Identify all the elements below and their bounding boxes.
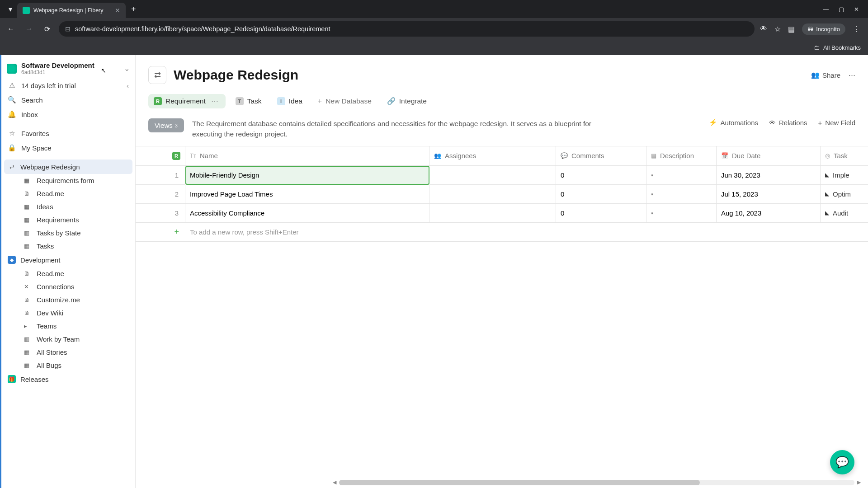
- new-tab-button[interactable]: +: [126, 5, 142, 14]
- panel-icon[interactable]: ▤: [788, 25, 795, 33]
- new-field-button[interactable]: +New Field: [818, 119, 855, 127]
- space-webpage-redesign[interactable]: ⇄ Webpage Redesign: [4, 160, 132, 174]
- tab-idea[interactable]: I Idea: [272, 94, 308, 108]
- bell-icon: 🔔: [8, 110, 16, 118]
- view-all-bugs[interactable]: ▦All Bugs: [1, 359, 135, 372]
- bookmark-star-icon[interactable]: ☆: [774, 25, 781, 33]
- cell-assignees[interactable]: [429, 185, 556, 204]
- back-button[interactable]: ←: [5, 23, 17, 35]
- cell-name[interactable]: Mobile-Friendly Design: [185, 166, 429, 185]
- view-ideas[interactable]: ▦Ideas: [1, 200, 135, 213]
- sidebar-search[interactable]: 🔍 Search: [1, 93, 135, 107]
- integrate-button[interactable]: 🔗 Integrate: [382, 94, 432, 108]
- view-connections[interactable]: ✕Connections: [1, 280, 135, 293]
- lock-icon: 🔒: [8, 144, 16, 152]
- row-number[interactable]: 3: [136, 204, 185, 223]
- row-number[interactable]: 1: [136, 166, 185, 185]
- forward-button[interactable]: →: [23, 23, 35, 35]
- view-readme[interactable]: 🗎Read.me: [1, 187, 135, 200]
- warning-icon: ⚠: [8, 81, 16, 89]
- cell-due-date[interactable]: Jun 30, 2023: [717, 166, 821, 185]
- view-tasks[interactable]: ▦Tasks: [1, 239, 135, 253]
- new-database-button[interactable]: + New Database: [312, 94, 377, 108]
- view-teams[interactable]: ▸Teams: [1, 319, 135, 333]
- col-assignees[interactable]: 👥Assignees: [429, 146, 556, 166]
- db-badge: R: [154, 97, 162, 105]
- scrollbar-thumb[interactable]: [339, 480, 700, 485]
- comment-icon: 💬: [561, 152, 568, 159]
- sidebar-favorites[interactable]: ☆ Favorites: [1, 126, 135, 141]
- cell-description[interactable]: ▪: [646, 204, 717, 223]
- app-root: Software Development 6ad8d3d1 ⌄ ↖ ⚠ 14 d…: [0, 55, 868, 488]
- chat-fab[interactable]: 💬: [830, 450, 854, 474]
- view-all-stories[interactable]: ▦All Stories: [1, 346, 135, 359]
- cell-due-date[interactable]: Aug 10, 2023: [717, 204, 821, 223]
- view-requirements[interactable]: ▦Requirements: [1, 213, 135, 226]
- view-tasks-by-state[interactable]: ▥Tasks by State: [1, 226, 135, 239]
- grid-icon: ▦: [24, 362, 31, 369]
- col-task[interactable]: ◎Task: [821, 146, 868, 166]
- cell-task[interactable]: ◣Optim: [821, 185, 868, 204]
- plus-icon: +: [136, 227, 185, 237]
- close-icon[interactable]: ✕: [115, 7, 120, 14]
- automations-button[interactable]: ⚡Automations: [709, 118, 758, 127]
- share-button[interactable]: 👥 Share: [811, 71, 840, 79]
- col-due-date[interactable]: 📅Due Date: [717, 146, 821, 166]
- scroll-left-icon[interactable]: ◀: [333, 479, 336, 485]
- site-info-icon[interactable]: ⊟: [65, 25, 71, 33]
- cell-task[interactable]: ◣Audit: [821, 204, 868, 223]
- horizontal-scrollbar[interactable]: ◀ ▶: [339, 480, 854, 485]
- cell-comments[interactable]: 0: [556, 166, 646, 185]
- all-bookmarks-button[interactable]: All Bookmarks: [823, 44, 861, 51]
- view-requirements-form[interactable]: ▦Requirements form: [1, 174, 135, 187]
- board-icon: ▥: [24, 230, 31, 236]
- eye-off-icon[interactable]: 👁: [760, 25, 767, 33]
- cell-comments[interactable]: 0: [556, 185, 646, 204]
- col-description[interactable]: ▤Description: [646, 146, 717, 166]
- cell-assignees[interactable]: [429, 166, 556, 185]
- url-input[interactable]: ⊟ software-development.fibery.io/fibery/…: [59, 21, 755, 37]
- cell-due-date[interactable]: Jul 15, 2023: [717, 185, 821, 204]
- cell-task[interactable]: ◣Imple: [821, 166, 868, 185]
- incognito-chip[interactable]: 🕶 Incognito: [802, 23, 845, 35]
- more-menu-icon[interactable]: ⋯: [849, 71, 855, 79]
- cell-name[interactable]: Improved Page Load Times: [185, 185, 429, 204]
- cell-description[interactable]: ▪: [646, 166, 717, 185]
- close-window-icon[interactable]: ✕: [854, 6, 859, 13]
- collapse-sidebar-icon[interactable]: ‹: [127, 82, 129, 89]
- cell-comments[interactable]: 0: [556, 204, 646, 223]
- view-work-by-team[interactable]: ▥Work by Team: [1, 333, 135, 346]
- page-icon[interactable]: ⇄: [148, 66, 166, 84]
- browser-tab[interactable]: Webpage Redesign | Fibery ✕: [17, 3, 126, 18]
- sidebar: Software Development 6ad8d3d1 ⌄ ↖ ⚠ 14 d…: [0, 55, 136, 488]
- tab-requirement[interactable]: R Requirement ⋯: [148, 94, 226, 108]
- row-number[interactable]: 2: [136, 185, 185, 204]
- minimize-icon[interactable]: ―: [823, 6, 829, 13]
- view-dev-wiki[interactable]: 🗎Dev Wiki: [1, 306, 135, 319]
- database-tabs: R Requirement ⋯ T Task I Idea + New Data…: [136, 89, 868, 116]
- col-name[interactable]: TтName: [185, 146, 429, 166]
- trial-banner[interactable]: ⚠ 14 days left in trial ‹: [1, 78, 135, 93]
- sidebar-myspace[interactable]: 🔒 My Space: [1, 141, 135, 155]
- tab-task[interactable]: T Task: [230, 94, 267, 108]
- space-development[interactable]: ◆ Development: [1, 253, 135, 267]
- cell-name[interactable]: Accessibility Compliance: [185, 204, 429, 223]
- view-dev-readme[interactable]: 🗎Read.me: [1, 267, 135, 280]
- scroll-right-icon[interactable]: ▶: [857, 479, 861, 485]
- space-releases[interactable]: 🎁 Releases: [1, 372, 135, 386]
- sidebar-inbox[interactable]: 🔔 Inbox: [1, 107, 135, 122]
- maximize-icon[interactable]: ▢: [839, 6, 844, 13]
- reload-button[interactable]: ⟳: [41, 23, 53, 35]
- browser-menu-icon[interactable]: ⋮: [853, 25, 860, 33]
- cell-assignees[interactable]: [429, 204, 556, 223]
- col-comments[interactable]: 💬Comments: [556, 146, 646, 166]
- tab-search-dropdown[interactable]: ▾: [4, 5, 17, 14]
- tab-more-icon[interactable]: ⋯: [209, 97, 220, 105]
- workspace-switcher[interactable]: Software Development 6ad8d3d1 ⌄ ↖: [1, 59, 135, 78]
- cell-description[interactable]: ▪: [646, 185, 717, 204]
- share-icon: 👥: [811, 71, 820, 79]
- relations-button[interactable]: 👁Relations: [769, 119, 807, 127]
- view-customize[interactable]: 🗎Customize.me: [1, 293, 135, 306]
- add-row[interactable]: + To add a new row, press Shift+Enter: [136, 223, 868, 242]
- views-button[interactable]: Views 3: [148, 118, 184, 132]
